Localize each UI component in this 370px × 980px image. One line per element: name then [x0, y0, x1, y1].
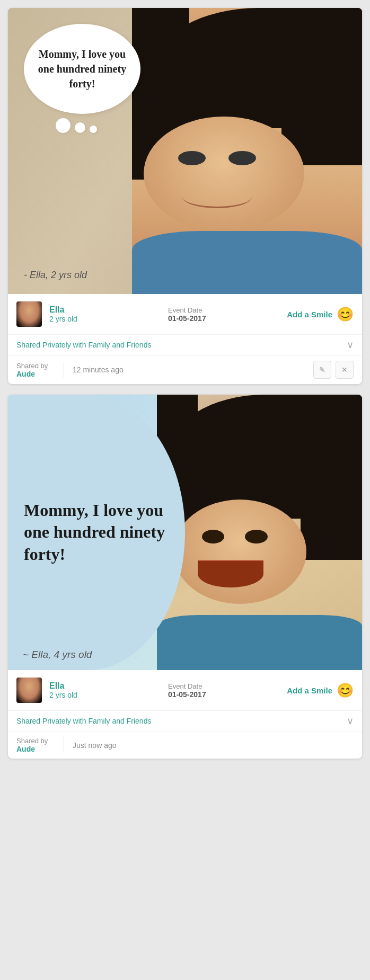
card1-chevron-icon[interactable]: ∨	[347, 339, 354, 351]
card2-child-name: Ella	[49, 681, 161, 691]
card2-caption: ~ Ella, 4 yrs old	[23, 649, 92, 661]
card1-smile-icon[interactable]: 😊	[337, 306, 354, 323]
card1-caption: - Ella, 2 yrs old	[24, 270, 87, 281]
card1-shared-bar[interactable]: Shared Privately with Family and Friends…	[8, 334, 362, 355]
post-card-2: Mommy, I love you one hundred ninety for…	[8, 395, 362, 759]
card1-delete-button[interactable]: ✕	[336, 361, 354, 379]
card2-image: Mommy, I love you one hundred ninety for…	[8, 395, 362, 670]
card1-shared-by-section: Shared by Aude	[16, 362, 64, 378]
card1-time-ago: 12 minutes ago	[64, 366, 313, 374]
card2-event-date-block: Event Date 01-05-2017	[168, 682, 279, 699]
card2-shared-by-row: Shared by Aude Just now ago	[8, 731, 362, 759]
card1-edit-button[interactable]: ✎	[313, 361, 331, 379]
card2-smile-section[interactable]: Add a Smile 😊	[287, 682, 354, 699]
card2-time-ago: Just now ago	[64, 741, 354, 750]
post-card-1: Mommy, I love you one hundred ninety for…	[8, 8, 362, 384]
card2-shared-text: Shared Privately with Family and Friends	[16, 717, 151, 725]
thought-bubble-text: Mommy, I love you one hundred ninety for…	[34, 47, 130, 91]
bubble-dot-small	[90, 126, 97, 133]
card1-event-date-block: Event Date 01-05-2017	[168, 306, 279, 323]
card1-shared-by-name[interactable]: Aude	[16, 370, 55, 378]
card1-event-date: 01-05-2017	[168, 314, 279, 323]
bubble-dot-large	[56, 118, 71, 133]
edit-icon: ✎	[319, 366, 325, 374]
card1-shared-text: Shared Privately with Family and Friends	[16, 341, 151, 349]
card2-event-date: 01-05-2017	[168, 690, 279, 699]
card2-shared-by-label: Shared by	[16, 737, 55, 745]
card1-child-info: Ella 2 yrs old	[49, 305, 161, 323]
card1-add-smile-label[interactable]: Add a Smile	[287, 310, 332, 319]
card1-avatar	[16, 301, 42, 327]
card1-action-buttons: ✎ ✕	[313, 361, 354, 379]
card2-add-smile-label[interactable]: Add a Smile	[287, 686, 332, 695]
card2-shared-by-section: Shared by Aude	[16, 737, 64, 753]
bubble-dot-medium	[75, 122, 85, 133]
card1-smile-section[interactable]: Add a Smile 😊	[287, 306, 354, 323]
card1-shared-by-row: Shared by Aude 12 minutes ago ✎ ✕	[8, 355, 362, 384]
card1-shared-by-label: Shared by	[16, 362, 55, 370]
card1-child-age: 2 yrs old	[49, 315, 161, 323]
card2-info-row: Ella 2 yrs old Event Date 01-05-2017 Add…	[8, 670, 362, 710]
card2-event-date-label: Event Date	[168, 682, 279, 690]
card2-child-info: Ella 2 yrs old	[49, 681, 161, 699]
card2-shared-by-name[interactable]: Aude	[16, 745, 55, 753]
card2-chevron-icon[interactable]: ∨	[347, 715, 354, 727]
card1-child-name: Ella	[49, 305, 161, 315]
close-icon: ✕	[341, 366, 348, 374]
card1-event-date-label: Event Date	[168, 306, 279, 314]
card2-child-age: 2 yrs old	[49, 691, 161, 699]
card2-shared-bar[interactable]: Shared Privately with Family and Friends…	[8, 710, 362, 731]
card2-main-text: Mommy, I love you one hundred ninety for…	[24, 500, 177, 566]
thought-bubble: Mommy, I love you one hundred ninety for…	[24, 24, 162, 133]
card1-image: Mommy, I love you one hundred ninety for…	[8, 8, 362, 294]
card2-smile-icon[interactable]: 😊	[337, 682, 354, 699]
card2-avatar	[16, 678, 42, 703]
card1-info-row: Ella 2 yrs old Event Date 01-05-2017 Add…	[8, 294, 362, 334]
